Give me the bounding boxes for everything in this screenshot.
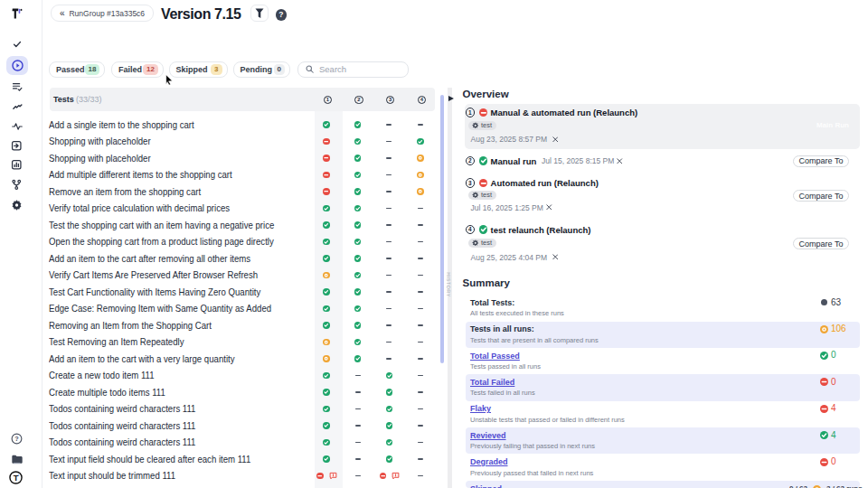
svg-text:?: ? bbox=[15, 435, 20, 443]
svg-text:T: T bbox=[14, 474, 19, 483]
